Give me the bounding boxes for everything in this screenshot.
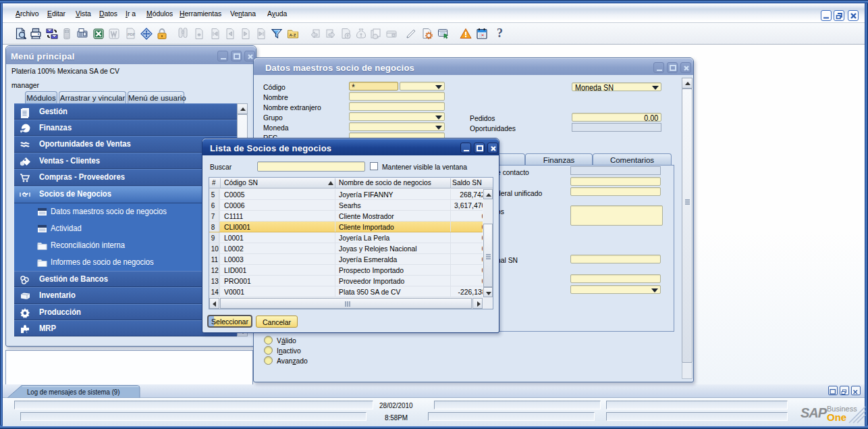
svg-text:A·Z: A·Z <box>290 33 296 37</box>
svg-text:PDF: PDF <box>128 32 136 36</box>
